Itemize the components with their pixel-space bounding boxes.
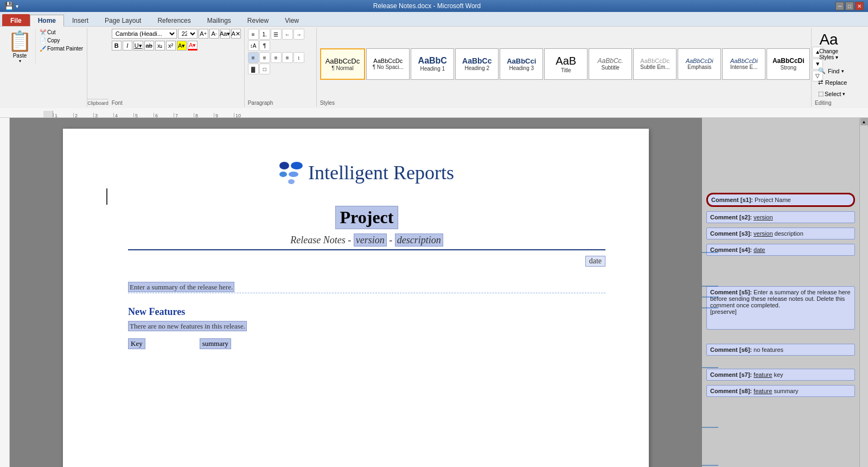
- borders-btn[interactable]: □: [259, 64, 270, 74]
- align-right-btn[interactable]: ≡: [271, 52, 282, 63]
- style-intense-e[interactable]: AaBbCcDi Intense E...: [722, 48, 765, 80]
- format-painter-button[interactable]: 🖌️ Format Painter: [38, 45, 85, 52]
- replace-icon: ⇄: [818, 79, 823, 86]
- paste-label: Paste: [13, 53, 27, 59]
- comment-s1-label: Comment [s1]:: [711, 197, 753, 203]
- cut-button[interactable]: ✂️ Cut: [38, 29, 85, 36]
- minimize-btn[interactable]: ─: [835, 2, 844, 10]
- tab-view[interactable]: View: [277, 14, 307, 26]
- style-strong[interactable]: AaBbCcDi Strong: [767, 48, 810, 80]
- vertical-ruler: [0, 118, 10, 467]
- style-title[interactable]: AaB Title: [544, 48, 588, 80]
- document-page: Intelligent Reports Project Release Note…: [63, 129, 649, 467]
- shrink-font-btn[interactable]: A-: [209, 29, 219, 39]
- vertical-scrollbar[interactable]: ▲ ▼: [859, 118, 868, 467]
- replace-label: Replace: [825, 79, 847, 86]
- release-notes-line[interactable]: Release Notes - version - description: [128, 235, 605, 250]
- close-btn[interactable]: ✕: [855, 2, 864, 10]
- logo-text: Intelligent Reports: [308, 161, 454, 184]
- style-subtitle[interactable]: AaBbCc. Subtitle: [589, 48, 632, 80]
- clear-format-btn[interactable]: A✕: [231, 29, 241, 39]
- comments-panel: Comment [s1]: Project Name Comment [s2]:…: [702, 118, 859, 467]
- font-name-select[interactable]: Cambria (Headi...: [112, 29, 177, 39]
- change-styles-icon: Aa: [819, 31, 838, 48]
- numbering-btn[interactable]: 1.: [259, 29, 270, 40]
- tab-home[interactable]: Home: [30, 15, 64, 27]
- comment-s7-text: feature key: [754, 371, 783, 378]
- tab-insert[interactable]: Insert: [64, 14, 97, 26]
- format-painter-label: Format Painter: [47, 46, 83, 52]
- style-emphasis[interactable]: AaBbCcDi Emphasis: [678, 48, 721, 80]
- paste-button[interactable]: 📋 Paste ▾: [4, 29, 36, 65]
- style-normal[interactable]: AaBbCcDc ¶ Normal: [320, 48, 366, 80]
- tab-references[interactable]: References: [149, 14, 199, 26]
- italic-btn[interactable]: I: [123, 41, 132, 51]
- copy-button[interactable]: 📄 Copy: [38, 37, 85, 44]
- align-center-btn[interactable]: ≡: [259, 52, 270, 63]
- font-size-select[interactable]: 22: [178, 29, 197, 39]
- superscript-btn[interactable]: x²: [166, 41, 176, 51]
- styles-group: AaBbCcDc ¶ Normal AaBbCcDc ¶ No Spaci...…: [317, 28, 812, 107]
- font-color-btn[interactable]: A▾: [188, 41, 197, 51]
- comment-s5-label: Comment [s5]:: [710, 289, 752, 295]
- date-box: date: [585, 256, 605, 267]
- tab-file[interactable]: File: [2, 14, 30, 26]
- comment-s8-label: Comment [s8]:: [710, 388, 752, 394]
- document-canvas[interactable]: Intelligent Reports Project Release Note…: [10, 118, 702, 467]
- shading-btn[interactable]: ▓: [248, 64, 259, 74]
- comment-s4-label: Comment [s4]:: [710, 247, 752, 253]
- comment-s5: Comment [s5]: Enter a summary of the rel…: [706, 286, 855, 330]
- line-spacing-btn[interactable]: ↕: [293, 52, 304, 63]
- style-heading1[interactable]: AaBbC Heading 1: [411, 48, 454, 80]
- paragraph-group: ≡ 1. ☰ ← → ↕A ¶ ≡ ≡ ≡ ≡ ↕ ▓ □ Paragraph: [245, 28, 317, 107]
- style-subtle-em[interactable]: AaBbCcDc Subtle Em...: [633, 48, 676, 80]
- editing-group: Aa ChangeStyles ▾ 🔍 Find ▾ ⇄ Replace ⬚ S…: [812, 28, 866, 107]
- clipboard-group: 📋 Paste ▾ ✂️ Cut 📄 Copy 🖌️ Format Painte…: [2, 28, 87, 107]
- grow-font-btn[interactable]: A+: [199, 29, 208, 39]
- document-logo: Intelligent Reports: [128, 161, 605, 184]
- change-styles-label: ChangeStyles ▾: [819, 48, 838, 60]
- bullets-btn[interactable]: ≡: [248, 29, 259, 40]
- replace-button[interactable]: ⇄ Replace: [815, 77, 850, 87]
- show-hide-btn[interactable]: ¶: [259, 40, 270, 51]
- maximize-btn[interactable]: □: [845, 2, 854, 10]
- scroll-up-btn[interactable]: ▲: [860, 118, 868, 125]
- highlight-btn[interactable]: A▾: [177, 41, 187, 51]
- style-normal-text: AaBbCcDc: [326, 57, 360, 65]
- new-features-heading: New Features: [128, 306, 605, 318]
- comment-s3-text: version description: [754, 230, 803, 237]
- cut-icon: ✂️: [40, 29, 46, 35]
- comment-s2-text: version: [754, 214, 773, 220]
- key-box: Key: [128, 338, 145, 349]
- decrease-indent-btn[interactable]: ←: [282, 29, 293, 40]
- style-heading3[interactable]: AaBbCci Heading 3: [500, 48, 543, 80]
- find-button[interactable]: 🔍 Find ▾: [815, 66, 850, 76]
- format-painter-icon: 🖌️: [40, 46, 46, 52]
- strikethrough-btn[interactable]: ab: [144, 41, 154, 51]
- comment-s8-text: feature summary: [754, 388, 799, 394]
- subscript-btn[interactable]: x₂: [155, 41, 165, 51]
- increase-indent-btn[interactable]: →: [293, 29, 304, 40]
- comment-s7: Comment [s7]: feature key: [706, 369, 855, 381]
- styles-group-label: Styles: [320, 100, 335, 106]
- tab-page-layout[interactable]: Page Layout: [97, 14, 149, 26]
- comment-s1: Comment [s1]: Project Name: [706, 193, 855, 207]
- change-styles-button[interactable]: Aa ChangeStyles ▾: [815, 29, 843, 62]
- ribbon-tabs: File Home Insert Page Layout References …: [0, 12, 868, 26]
- justify-btn[interactable]: ≡: [282, 52, 293, 63]
- bold-btn[interactable]: B: [112, 41, 122, 51]
- align-left-btn[interactable]: ≡: [248, 52, 259, 63]
- tab-review[interactable]: Review: [239, 14, 277, 26]
- style-heading2[interactable]: AaBbCc Heading 2: [455, 48, 499, 80]
- select-button[interactable]: ⬚ Select ▾: [815, 89, 850, 99]
- style-no-spacing[interactable]: AaBbCcDc ¶ No Spaci...: [366, 48, 410, 80]
- change-case-btn[interactable]: Aa▾: [220, 29, 230, 39]
- sort-btn[interactable]: ↕A: [248, 40, 259, 51]
- tab-mailings[interactable]: Mailings: [199, 14, 239, 26]
- comment-s6-text: no features: [754, 346, 783, 353]
- separator: -: [387, 235, 395, 245]
- ribbon: 📋 Paste ▾ ✂️ Cut 📄 Copy 🖌️ Format Painte…: [0, 26, 868, 108]
- underline-btn[interactable]: U▾: [133, 41, 143, 51]
- multilevel-btn[interactable]: ☰: [271, 29, 282, 40]
- find-icon: 🔍: [818, 67, 826, 74]
